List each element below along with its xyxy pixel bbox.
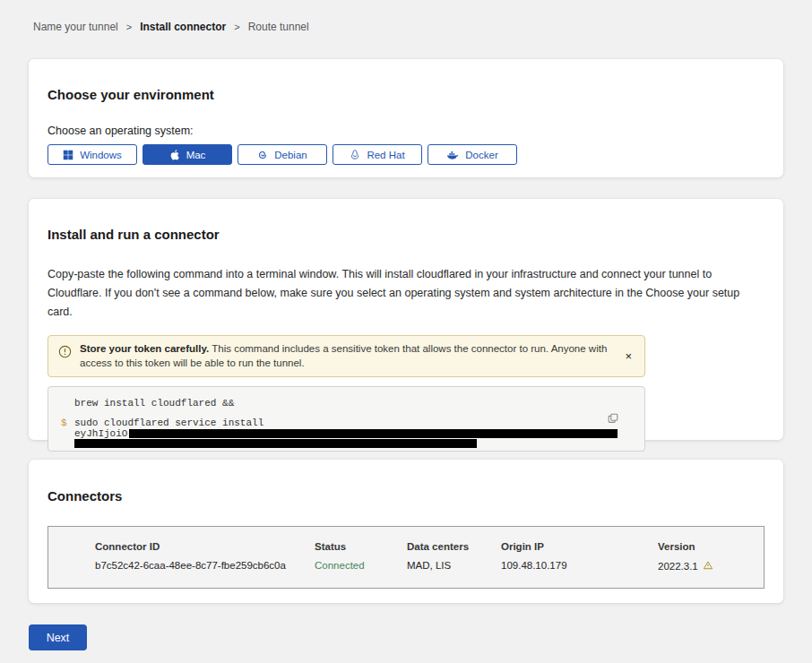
token-line-2 xyxy=(61,438,632,448)
connectors-card-title: Connectors xyxy=(48,460,764,504)
code-text-brew: brew install cloudflared && xyxy=(74,398,234,409)
breadcrumb-install-connector[interactable]: Install connector xyxy=(140,21,226,33)
os-button-label: Debian xyxy=(274,150,307,160)
shell-prompt: $ xyxy=(61,418,74,428)
os-button-row: Windows Mac Debian xyxy=(48,144,764,165)
alert-circle-icon xyxy=(58,345,72,362)
copy-icon[interactable] xyxy=(605,410,621,429)
apple-icon xyxy=(169,149,180,161)
os-button-label: Red Hat xyxy=(367,150,404,160)
docker-icon xyxy=(446,150,459,160)
column-header-connector-id: Connector ID xyxy=(95,541,315,552)
close-icon[interactable]: × xyxy=(621,345,635,367)
code-prompt-spacer xyxy=(61,398,74,409)
os-button-mac[interactable]: Mac xyxy=(143,144,232,165)
column-header-version: Version xyxy=(658,541,764,552)
warning-text: Store your token carefully. This command… xyxy=(80,342,613,370)
token-prefix: eyJhIjoiO xyxy=(74,428,127,439)
column-header-status: Status xyxy=(315,541,407,552)
connector-version-cell: 2022.3.1 xyxy=(658,560,764,573)
windows-icon xyxy=(63,150,73,160)
debian-icon xyxy=(257,150,268,160)
code-text-sudo: sudo cloudflared service install xyxy=(74,418,263,428)
connectors-card: Connectors Connector ID Status Data cent… xyxy=(29,460,783,603)
os-button-docker[interactable]: Docker xyxy=(428,144,517,165)
os-button-redhat[interactable]: Red Hat xyxy=(333,144,422,165)
os-button-debian[interactable]: Debian xyxy=(238,144,327,165)
next-button[interactable]: Next xyxy=(29,624,87,650)
connector-origin-ip-value: 109.48.10.179 xyxy=(501,560,658,573)
connector-data-centers-value: MAD, LIS xyxy=(407,560,501,573)
breadcrumb: Name your tunnel > Install connector > R… xyxy=(33,21,309,33)
connectors-table: Connector ID Status Data centers Origin … xyxy=(48,526,764,589)
install-card: Install and run a connector Copy-paste t… xyxy=(29,199,783,440)
install-card-title: Install and run a connector xyxy=(48,199,764,242)
warning-triangle-icon xyxy=(703,560,713,573)
token-warning-banner: Store your token carefully. This command… xyxy=(48,335,645,377)
connector-status-badge: Connected xyxy=(315,560,407,573)
environment-card-title: Choose your environment xyxy=(48,59,764,102)
code-line-1: brew install cloudflared && xyxy=(61,398,632,409)
install-description: Copy-paste the following command into a … xyxy=(48,265,764,322)
os-button-windows[interactable]: Windows xyxy=(48,144,137,165)
code-line-2: $ sudo cloudflared service install xyxy=(61,418,632,428)
redacted-token-bar xyxy=(74,439,477,448)
breadcrumb-separator: > xyxy=(126,22,132,32)
connector-id-value: b7c52c42-6caa-48ee-8c77-fbe259cb6c0a xyxy=(95,560,315,573)
redhat-icon xyxy=(350,149,360,160)
tunnel-setup-page: Name your tunnel > Install connector > R… xyxy=(0,0,812,663)
redacted-token-bar xyxy=(129,429,618,438)
os-button-label: Docker xyxy=(465,150,497,160)
environment-card: Choose your environment Choose an operat… xyxy=(29,59,783,177)
os-label: Choose an operating system: xyxy=(48,125,764,137)
warning-text-bold: Store your token carefully. xyxy=(80,343,209,354)
breadcrumb-name-your-tunnel[interactable]: Name your tunnel xyxy=(33,21,118,33)
column-header-data-centers: Data centers xyxy=(407,541,501,552)
column-header-origin-ip: Origin IP xyxy=(501,541,658,552)
os-button-label: Mac xyxy=(186,150,206,160)
connector-version-value: 2022.3.1 xyxy=(658,561,698,572)
breadcrumb-separator: > xyxy=(234,22,239,32)
token-line-1: eyJhIjoiO xyxy=(61,428,632,438)
breadcrumb-route-tunnel[interactable]: Route tunnel xyxy=(248,21,309,33)
install-command-code-block[interactable]: brew install cloudflared && $ sudo cloud… xyxy=(48,386,645,452)
os-button-label: Windows xyxy=(80,150,122,160)
